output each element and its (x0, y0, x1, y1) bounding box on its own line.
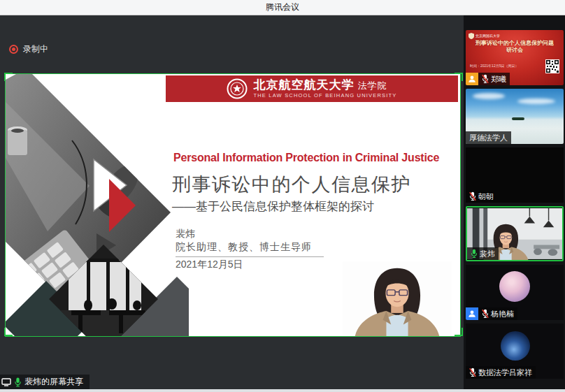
school-name: 法学院 (357, 80, 387, 91)
presenter-video (343, 261, 452, 336)
recording-label: 录制中 (23, 43, 48, 55)
presenter-webcam-overlay[interactable] (343, 261, 452, 336)
participant-name: 郑曦 (491, 74, 506, 85)
participant-tile[interactable]: 厚德法学人 (466, 89, 564, 144)
presenter-title: 院长助理、教授、博士生导师 (176, 241, 312, 254)
participant-tile-active-speaker[interactable]: 裴炜 (466, 206, 564, 261)
poster-logo-icon: 北京两国石大学 (469, 33, 500, 39)
meeting-window: 腾讯会议 录制中 (0, 0, 565, 392)
window-title-bar[interactable]: 腾讯会议 (0, 0, 565, 15)
taskbar-edge (0, 389, 565, 392)
participant-tile[interactable]: 北京两国石大学 刑事诉讼中的个人信息保护问题 研讨会 时间：2021年12月5日… (466, 30, 564, 85)
shared-screen-slide[interactable]: 北京航空航天大学法学院 THE LAW SCHOOL OF BEIHANG UN… (6, 74, 460, 336)
person-badge-icon (466, 307, 478, 320)
school-name-en: THE LAW SCHOOL OF BEIHANG UNIVERSITY (253, 92, 396, 99)
share-border-corner (455, 328, 463, 336)
mic-muted-icon (469, 191, 476, 201)
participant-name: 数据法学吕家祥 (478, 368, 532, 378)
avatar (499, 271, 530, 302)
share-border-corner (455, 73, 463, 81)
beihang-logo-icon (227, 78, 248, 99)
participant-name: 杨艳楠 (491, 309, 514, 319)
mic-on-icon (471, 249, 478, 259)
participant-tile[interactable]: 数据法学吕家祥 (466, 324, 564, 379)
participants-sidebar[interactable]: 北京两国石大学 刑事诉讼中的个人信息保护问题 研讨会 时间：2021年12月5日… (464, 15, 565, 389)
participant-name: 朝朝 (478, 191, 494, 202)
participant-tile[interactable]: 杨艳楠 (466, 265, 564, 320)
university-name: 北京航空航天大学 (253, 78, 354, 92)
mic-muted-icon (469, 368, 476, 377)
participant-tile[interactable]: 朝朝 (466, 147, 564, 203)
slide-date: 2021年12月5日 (176, 259, 243, 271)
qr-code (545, 59, 559, 73)
person-badge-icon (466, 73, 478, 85)
slide-decoration-graphics (6, 74, 189, 336)
slide-header-band: 北京航空航天大学法学院 THE LAW SCHOOL OF BEIHANG UN… (166, 75, 458, 102)
share-border-corner (4, 73, 13, 81)
share-banner-label: 裴炜的屏幕共享 (24, 376, 83, 388)
participant-name: 厚德法学人 (469, 133, 508, 143)
slide-title-english: Personal Information Protection in Crimi… (173, 152, 439, 164)
share-border-corner (4, 328, 13, 336)
participant-name: 裴炜 (480, 249, 495, 259)
poster-subtitle: 研讨会 (466, 47, 564, 54)
screen-share-icon (1, 378, 11, 386)
slide-subtitle: ——基于公民信息保护整体框架的探讨 (172, 198, 374, 215)
avatar (501, 331, 530, 361)
divider-line (176, 256, 324, 257)
poster-title: 刑事诉讼中的个人信息保护问题 (466, 40, 564, 47)
record-dot-icon (9, 45, 18, 54)
recording-indicator[interactable]: 录制中 (9, 43, 48, 55)
mic-muted-icon (482, 74, 489, 84)
screen-share-banner[interactable]: 裴炜的屏幕共享 (0, 375, 90, 389)
presenter-name: 裴炜 (176, 228, 195, 240)
mic-muted-icon (482, 309, 489, 319)
slide-title-chinese: 刑事诉讼中的个人信息保护 (172, 172, 411, 197)
app-title: 腾讯会议 (266, 1, 299, 13)
mic-on-icon (14, 377, 22, 387)
poster-meta: 时间：2021年12月5日（周日） (470, 64, 518, 68)
